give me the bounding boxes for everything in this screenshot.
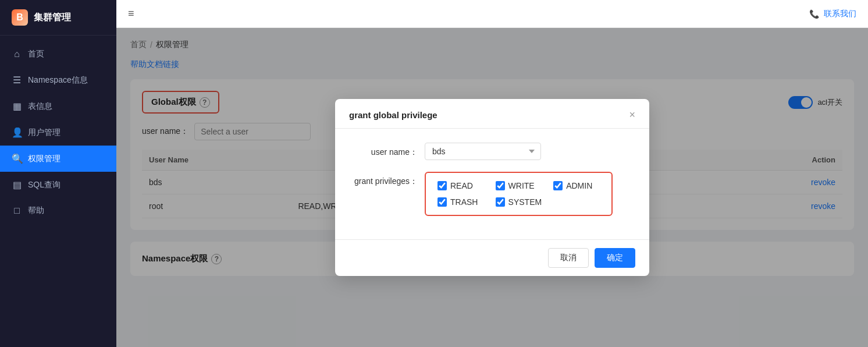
privilege-write[interactable]: WRITE [496,181,542,190]
sidebar-item-permission[interactable]: 🔍 权限管理 [0,146,116,172]
sidebar-item-namespace[interactable]: ☰ Namespace信息 [0,67,116,93]
help-icon: □ [12,206,22,216]
checkbox-read[interactable] [437,181,447,190]
sidebar-logo: B 集群管理 [0,0,116,36]
privilege-trash-label: TRASH [450,197,478,207]
phone-icon: 📞 [809,9,819,19]
grant-privileges-field: grant privileges： READ WRITE [354,172,631,216]
sidebar-item-home[interactable]: ⌂ 首页 [0,41,116,67]
privilege-admin-label: ADMIN [566,181,592,190]
sidebar-item-user[interactable]: 👤 用户管理 [0,119,116,146]
privileges-checkbox-group: READ WRITE ADMIN [425,172,613,216]
privilege-admin[interactable]: ADMIN [553,181,600,190]
modal-overlay: grant global privilege × user name： bds … [116,28,868,347]
sidebar-nav: ⌂ 首页 ☰ Namespace信息 ▦ 表信息 👤 用户管理 🔍 权限管理 ▤… [0,36,116,347]
sidebar-item-label: 帮助 [28,206,44,216]
main-content: ≡ 📞 联系我们 首页 / 权限管理 帮助文档链接 Global权限 ? [116,0,868,347]
logo-icon: B [12,9,28,26]
sidebar-item-label: SQL查询 [28,180,61,190]
checkbox-trash[interactable] [437,197,447,207]
contact-us-label: 联系我们 [824,9,856,19]
modal-header: grant global privilege × [335,99,649,129]
sidebar-item-sql[interactable]: ▤ SQL查询 [0,172,116,198]
cancel-button[interactable]: 取消 [548,248,589,268]
close-icon[interactable]: × [629,109,635,120]
hamburger-icon[interactable]: ≡ [128,8,134,20]
sql-icon: ▤ [12,179,22,190]
user-name-field: user name： bds [354,143,631,160]
sidebar-item-label: 用户管理 [28,128,61,138]
modal-footer: 取消 确定 [335,239,649,276]
grant-privileges-label: grant privileges： [354,172,418,187]
modal-dialog: grant global privilege × user name： bds … [335,99,649,276]
topbar-left: ≡ [128,8,134,20]
sidebar-item-help[interactable]: □ 帮助 [0,198,116,224]
privilege-system[interactable]: SYSTEM [496,197,542,207]
user-name-label: user name： [354,143,418,158]
sidebar-item-label: Namespace信息 [28,75,88,86]
namespace-icon: ☰ [12,75,22,86]
modal-body: user name： bds grant privileges： READ [335,129,649,239]
user-name-select[interactable]: bds [425,143,541,160]
logo-text: 集群管理 [34,12,71,24]
topbar: ≡ 📞 联系我们 [116,0,868,28]
privilege-read[interactable]: READ [437,181,484,190]
sidebar: B 集群管理 ⌂ 首页 ☰ Namespace信息 ▦ 表信息 👤 用户管理 🔍… [0,0,116,347]
page-content: 首页 / 权限管理 帮助文档链接 Global权限 ? acl开关 user n… [116,28,868,347]
checkbox-system[interactable] [496,197,505,207]
sidebar-item-label: 首页 [28,49,44,59]
modal-title: grant global privilege [349,110,437,120]
privilege-system-label: SYSTEM [508,197,542,207]
checkbox-write[interactable] [496,181,505,190]
confirm-button[interactable]: 确定 [595,248,635,268]
checkbox-admin[interactable] [553,181,563,190]
privilege-read-label: READ [450,181,473,190]
sidebar-item-table[interactable]: ▦ 表信息 [0,93,116,119]
user-icon: 👤 [12,127,22,138]
privilege-write-label: WRITE [508,181,535,190]
privilege-trash[interactable]: TRASH [437,197,484,207]
permission-icon: 🔍 [12,153,22,164]
sidebar-item-label: 权限管理 [28,154,61,164]
sidebar-item-label: 表信息 [28,101,52,112]
table-icon: ▦ [12,101,22,112]
home-icon: ⌂ [12,49,22,59]
contact-us-button[interactable]: 📞 联系我们 [809,9,856,19]
